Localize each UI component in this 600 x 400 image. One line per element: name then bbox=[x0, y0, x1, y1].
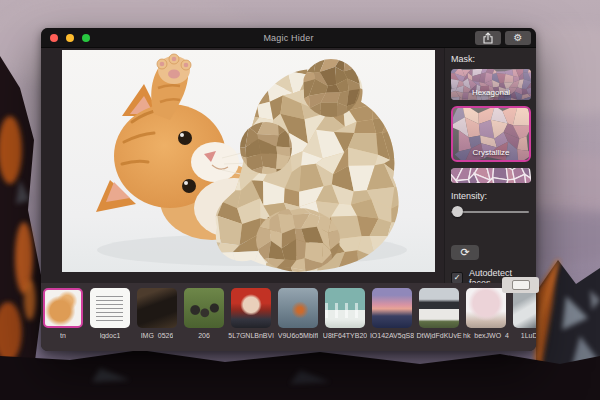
filmstrip-thumbnail[interactable] bbox=[466, 288, 506, 328]
filmstrip-thumbnail[interactable] bbox=[90, 288, 130, 328]
filmstrip-item-IO142AV5gS8[interactable]: IO142AV5gS8 bbox=[372, 288, 412, 351]
filmstrip-item-1LuD94[interactable]: 1LuD94 bbox=[513, 288, 536, 351]
filmstrip: tn lgdoc1 IMG_0526 206 5L7GNLBnBVl V9U6o… bbox=[41, 283, 536, 351]
filmstrip-item-U8tF64TYB20[interactable]: U8tF64TYB20 bbox=[325, 288, 365, 351]
filmstrip-thumbnail[interactable] bbox=[43, 288, 83, 328]
refresh-button[interactable]: ⟳ bbox=[451, 245, 479, 260]
sidebar: Mask: Hexagonal bbox=[444, 48, 536, 283]
window-controls bbox=[50, 34, 90, 42]
mask-option-label: Crystallize bbox=[453, 148, 529, 157]
settings-button[interactable]: ⚙ bbox=[505, 31, 531, 45]
filmstrip-item-tn[interactable]: tn bbox=[43, 288, 83, 351]
minimize-button[interactable] bbox=[66, 34, 74, 42]
slider-thumb[interactable] bbox=[452, 206, 463, 217]
mask-option-outline[interactable] bbox=[451, 168, 531, 183]
mask-section-label: Mask: bbox=[451, 54, 536, 64]
filmstrip-item-label: 206 bbox=[198, 332, 210, 339]
filmstrip-item-5L7GNLBnBVl[interactable]: 5L7GNLBnBVl bbox=[231, 288, 271, 351]
filmstrip-item-label: IMG_0526 bbox=[141, 332, 174, 339]
filmstrip-item-label: hk_bexJWO_4 bbox=[463, 332, 509, 339]
close-button[interactable] bbox=[50, 34, 58, 42]
share-icon bbox=[483, 32, 493, 44]
filmstrip-thumbnail[interactable] bbox=[419, 288, 459, 328]
refresh-icon: ⟳ bbox=[460, 246, 469, 258]
filmstrip-item-hk_bexJWO_4[interactable]: hk_bexJWO_4 bbox=[466, 288, 506, 351]
share-button[interactable] bbox=[475, 31, 501, 45]
filmstrip-item-label: IO142AV5gS8 bbox=[370, 332, 414, 339]
mask-option-hexagonal[interactable]: Hexagonal bbox=[451, 69, 531, 100]
kitten-photo-crystallized bbox=[62, 50, 435, 272]
titlebar[interactable]: Magic Hider ⚙ bbox=[41, 28, 536, 48]
keyboard-key-icon bbox=[512, 280, 530, 290]
filmstrip-item-lgdoc1[interactable]: lgdoc1 bbox=[90, 288, 130, 351]
filmstrip-item-V9U6o5MbIfl[interactable]: V9U6o5MbIfl bbox=[278, 288, 318, 351]
filmstrip-thumbnail[interactable] bbox=[325, 288, 365, 328]
main-content: Mask: Hexagonal bbox=[41, 48, 536, 283]
mask-option-crystallize[interactable]: Crystallize bbox=[451, 106, 531, 162]
gear-icon: ⚙ bbox=[514, 32, 523, 44]
mask-option-label: Hexagonal bbox=[451, 88, 531, 97]
filmstrip-thumbnail[interactable] bbox=[278, 288, 318, 328]
filmstrip-item-label: V9U6o5MbIfl bbox=[278, 332, 318, 339]
filmstrip-thumbnail[interactable] bbox=[513, 288, 536, 328]
filmstrip-item-label: lgdoc1 bbox=[100, 332, 121, 339]
titlebar-buttons: ⚙ bbox=[475, 31, 531, 45]
filmstrip-item-label: 1LuD94 bbox=[521, 332, 536, 339]
filmstrip-item-IMG_0526[interactable]: IMG_0526 bbox=[137, 288, 177, 351]
app-window: Magic Hider ⚙ bbox=[41, 28, 536, 351]
filmstrip-thumbnail[interactable] bbox=[231, 288, 271, 328]
intensity-slider[interactable] bbox=[451, 206, 529, 218]
intensity-label: Intensity: bbox=[451, 191, 536, 201]
filmstrip-item-label: DtWjdFdKUvE bbox=[416, 332, 461, 339]
zoom-button[interactable] bbox=[82, 34, 90, 42]
filmstrip-item-DtWjdFdKUvE[interactable]: DtWjdFdKUvE bbox=[419, 288, 459, 351]
image-canvas[interactable] bbox=[62, 50, 435, 272]
filmstrip-thumbnail[interactable] bbox=[137, 288, 177, 328]
filmstrip-item-label: 5L7GNLBnBVl bbox=[228, 332, 274, 339]
window-title: Magic Hider bbox=[41, 33, 536, 43]
filmstrip-item-label: tn bbox=[60, 332, 66, 339]
filmstrip-toggle-button[interactable] bbox=[502, 277, 539, 293]
filmstrip-thumbnail[interactable] bbox=[372, 288, 412, 328]
filmstrip-thumbnail[interactable] bbox=[184, 288, 224, 328]
filmstrip-item-206[interactable]: 206 bbox=[184, 288, 224, 351]
filmstrip-item-label: U8tF64TYB20 bbox=[323, 332, 367, 339]
